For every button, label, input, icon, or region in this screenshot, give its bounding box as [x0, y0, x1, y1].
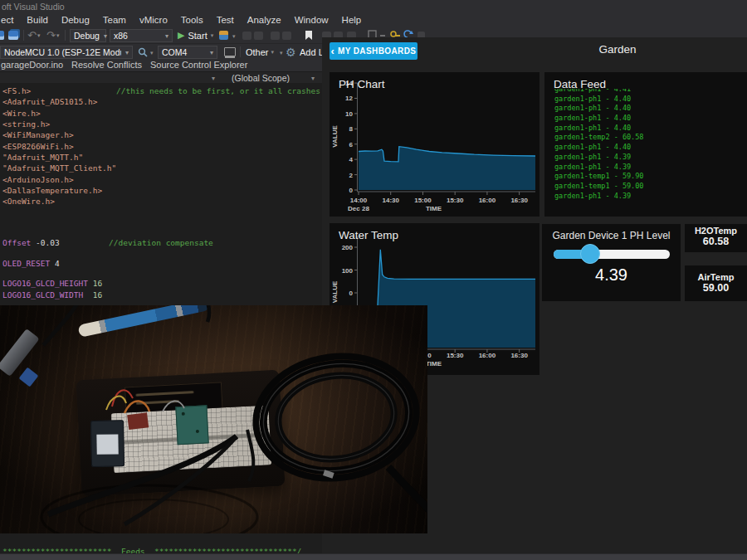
h2o-temp-label: H2OTemp — [685, 226, 747, 236]
feed-line: garden1-ph1 - 4.40 — [544, 114, 747, 124]
svg-text:8: 8 — [349, 125, 354, 133]
svg-text:12: 12 — [345, 95, 353, 102]
water-temp-title: Water Temp — [339, 229, 398, 241]
code-line: OLED_RESET 4 — [2, 259, 60, 268]
svg-text:10: 10 — [345, 110, 353, 118]
code-line: Offset -0.03//deviation compensate — [2, 238, 60, 247]
horizontal-scrollbar[interactable] — [0, 553, 747, 560]
cables-overlay — [0, 305, 427, 533]
back-chevron-icon: ‹ — [331, 45, 334, 57]
feed-line: garden1-temp1 - 59.00 — [544, 182, 747, 192]
feed-line: garden1-temp1 - 59.90 — [544, 172, 747, 182]
feed-line: garden1-ph1 - 4.40 — [544, 124, 747, 134]
code-line: <OneWire.h> — [2, 197, 55, 206]
ph-chart: 0246810121414:0014:3015:0015:3016:0016:3… — [330, 72, 540, 217]
ph-chart-panel: 0246810121414:0014:3015:0015:3016:0016:3… — [330, 72, 540, 217]
svg-text:0: 0 — [349, 187, 354, 194]
svg-text:100: 100 — [342, 267, 354, 275]
screen: oft Visual Studio ectBuildDebugTeamvMicr… — [0, 0, 747, 560]
svg-text:200: 200 — [342, 244, 354, 251]
feed-line: garden1-ph1 - 4.40 — [544, 104, 747, 114]
svg-text:TIME: TIME — [426, 360, 442, 368]
svg-text:VALUE: VALUE — [331, 280, 339, 303]
feed-line: garden1-ph1 - 4.40 — [544, 95, 747, 105]
dashboard-title: Garden — [559, 43, 676, 56]
svg-text:15:30: 15:30 — [447, 197, 464, 204]
my-dashboards-label: MY DASHBOARDS — [338, 46, 416, 56]
code-line: <string.h> — [2, 119, 50, 129]
h2o-temp-value: 60.58 — [685, 236, 747, 247]
ph-slider-title: Garden Device 1 PH Level — [542, 230, 681, 241]
svg-text:16:00: 16:00 — [479, 352, 496, 359]
svg-text:16:00: 16:00 — [479, 197, 496, 204]
feed-line: garden1-ph1 - 4.39 — [544, 192, 747, 202]
code-line: LOGO16_GLCD_HEIGHT 16 — [2, 279, 102, 288]
feed-line: garden1-temp2 - 60.58 — [544, 133, 747, 143]
data-feed-list: garden1-ph1 - 4.41garden1-ph1 - 4.40gard… — [544, 89, 747, 201]
code-line: LOGO16_GLCD_WIDTH 16 — [2, 290, 102, 299]
svg-text:14:00: 14:00 — [350, 197, 368, 204]
ph-slider-knob[interactable] — [580, 244, 600, 264]
ph-slider-track[interactable] — [554, 250, 670, 259]
hardware-photo — [0, 305, 427, 533]
code-line: <WiFiManager.h> — [2, 130, 74, 139]
ph-slider-value: 4.39 — [542, 265, 681, 285]
air-temp-label: AirTemp — [685, 272, 747, 282]
svg-text:6: 6 — [349, 141, 354, 149]
data-feed-viewport: garden1-ph1 - 4.41garden1-ph1 - 4.40gard… — [544, 89, 747, 213]
svg-text:TIME: TIME — [426, 205, 442, 212]
svg-text:Dec 28: Dec 28 — [348, 205, 369, 212]
svg-text:0: 0 — [349, 290, 354, 297]
svg-text:2: 2 — [349, 172, 354, 179]
code-line: <Wire.h> — [2, 109, 41, 118]
svg-text:16:30: 16:30 — [510, 352, 528, 359]
code-line: <Adafruit_ADS1015.h> — [2, 97, 97, 106]
svg-text:15:30: 15:30 — [447, 352, 464, 359]
data-feed-panel: Data Feed garden1-ph1 - 4.41garden1-ph1 … — [544, 72, 747, 217]
svg-text:15:00: 15:00 — [414, 197, 432, 204]
ph-chart-title: PH Chart — [339, 78, 385, 90]
code-line: <ESP8266WiFi.h> — [2, 142, 74, 151]
svg-text:14:30: 14:30 — [382, 197, 399, 204]
h2o-temp-tile: H2OTemp 60.58 — [685, 224, 747, 252]
svg-text:4: 4 — [349, 156, 354, 163]
code-line: "Adafruit_MQTT_Client.h" — [2, 163, 116, 173]
svg-text:16:30: 16:30 — [510, 197, 528, 204]
air-temp-value: 59.00 — [685, 282, 747, 294]
ph-slider-panel: Garden Device 1 PH Level 4.39 — [542, 224, 681, 301]
feed-line: garden1-ph1 - 4.39 — [544, 163, 747, 173]
air-temp-tile: AirTemp 59.00 — [685, 265, 747, 301]
code-line: <DallasTemperature.h> — [2, 186, 102, 195]
feed-line: garden1-ph1 - 4.40 — [544, 143, 747, 153]
feed-line: garden1-ph1 - 4.39 — [544, 153, 747, 163]
code-line: <ArduinoJson.h> — [2, 175, 74, 184]
my-dashboards-button[interactable]: ‹ MY DASHBOARDS — [330, 42, 417, 60]
code-line: <FS.h>//this needs to be first, or it al… — [2, 86, 31, 95]
feed-line: garden1-ph1 - 4.41 — [544, 89, 747, 95]
code-line: "Adafruit_MQTT.h" — [2, 153, 83, 162]
svg-text:VALUE: VALUE — [331, 125, 339, 148]
